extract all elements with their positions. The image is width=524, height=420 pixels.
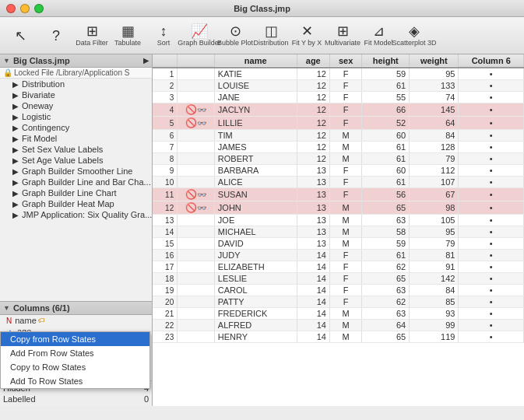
table-row[interactable]: 22ALFRED14M6499• xyxy=(153,320,524,331)
col-header-col6[interactable]: Column 6 xyxy=(459,54,524,68)
column-item-name[interactable]: Nname🏷 xyxy=(0,315,152,326)
table-row[interactable]: 18LESLIE14F65142• xyxy=(153,273,524,285)
table-row[interactable]: 20PATTY14F6285• xyxy=(153,296,524,308)
row-number: 9 xyxy=(153,165,178,177)
row-number: 3 xyxy=(153,92,178,103)
table-row[interactable]: 4🚫👓JACLYN12F66145• xyxy=(153,103,524,117)
col-header-sex[interactable]: sex xyxy=(329,54,361,68)
col-header-age[interactable]: age xyxy=(297,54,329,68)
sidebar-analysis-item[interactable]: ▶Contingency xyxy=(0,122,152,133)
table-row[interactable]: 7JAMES12M61128• xyxy=(153,142,524,153)
table-row[interactable]: 17ELIZABETH14F6291• xyxy=(153,261,524,273)
table-row[interactable]: 1KATIE12F5995• xyxy=(153,68,524,80)
analysis-icon: ▶ xyxy=(12,135,19,143)
context-menu-item-copy-to-row-states[interactable]: Copy to Row States xyxy=(1,360,149,374)
sidebar-analysis-item[interactable]: ▶Bivariate xyxy=(0,89,152,100)
cell-col6: • xyxy=(459,142,524,153)
file-info: 🔒 Locked File /Library/Application S xyxy=(0,68,152,79)
table-row[interactable]: 13JOE13M63105• xyxy=(153,215,524,226)
analysis-icon: ▶ xyxy=(12,124,19,132)
cell-height: 61 xyxy=(362,142,410,153)
cell-age: 13 xyxy=(297,201,329,215)
sidebar-analysis-item[interactable]: ▶Distribution xyxy=(0,79,152,89)
sidebar-analysis-item[interactable]: ▶Graph Builder Line Chart xyxy=(0,187,152,198)
data-filter-button[interactable]: ⊞ Data Filter xyxy=(75,19,109,52)
columns-section-header[interactable]: ▼ Columns (6/1) xyxy=(0,302,152,315)
row-number: 15 xyxy=(153,238,178,250)
col-header-height[interactable]: height xyxy=(362,54,410,68)
multivariate-button[interactable]: ⊞ Multivariate xyxy=(325,19,360,52)
table-row[interactable]: 5🚫👓LILLIE12F5264• xyxy=(153,117,524,130)
cell-sex: F xyxy=(329,285,361,296)
sidebar-analysis-item[interactable]: ▶Graph Builder Smoother Line xyxy=(0,166,152,177)
data-filter-icon: ⊞ xyxy=(86,24,98,38)
row-state: 🚫👓 xyxy=(178,103,215,117)
analysis-icon: ▶ xyxy=(12,178,19,187)
cell-age: 14 xyxy=(297,320,329,331)
table-row[interactable]: 21FREDERICK14M6393• xyxy=(153,308,524,320)
arrow-tool-button[interactable]: ↖ xyxy=(3,19,37,52)
table-row[interactable]: 19CAROL14F6384• xyxy=(153,285,524,296)
cell-col6: • xyxy=(459,177,524,188)
cell-age: 12 xyxy=(297,68,329,80)
row-state xyxy=(178,308,215,320)
graph-builder-button[interactable]: 📈 Graph Builder xyxy=(182,19,216,52)
minimize-button[interactable] xyxy=(20,4,30,13)
cell-name: ELIZABETH xyxy=(214,261,297,273)
cell-weight: 79 xyxy=(410,153,459,165)
context-menu-item-copy-from-row-states[interactable]: Copy from Row States xyxy=(1,332,149,346)
table-row[interactable]: 8ROBERT12M6179• xyxy=(153,153,524,165)
column-name-label: name xyxy=(15,316,37,325)
fit-model-button[interactable]: ⊿ Fit Model xyxy=(361,19,396,52)
table-row[interactable]: 12🚫👓JOHN13M6598• xyxy=(153,201,524,215)
table-row[interactable]: 11🚫👓SUSAN13F5667• xyxy=(153,188,524,201)
scatterplot-3d-button[interactable]: ◈ Scatterplot 3D xyxy=(397,19,431,52)
tabulate-button[interactable]: ▦ Tabulate xyxy=(111,19,145,52)
sidebar-analysis-item[interactable]: ▶Set Age Value Labels xyxy=(0,155,152,166)
sidebar-analysis-item[interactable]: ▶Graph Builder Heat Map xyxy=(0,198,152,209)
column-badge-icon: 🏷 xyxy=(38,317,45,324)
cell-height: 56 xyxy=(362,188,410,201)
bubble-plot-button[interactable]: ⊙ Bubble Plot xyxy=(218,19,252,52)
sidebar-analysis-item[interactable]: ▶Fit Model xyxy=(0,133,152,144)
sidebar-analysis-item[interactable]: ▶Logistic xyxy=(0,111,152,122)
arrow-icon: ↖ xyxy=(15,29,26,43)
window-controls[interactable] xyxy=(6,4,44,13)
sort-button[interactable]: ↕ Sort xyxy=(146,19,181,52)
cell-height: 60 xyxy=(362,165,410,177)
sort-label: Sort xyxy=(157,39,171,47)
close-button[interactable] xyxy=(6,4,16,13)
cell-col6: • xyxy=(459,273,524,285)
context-menu-item-add-to-row-states[interactable]: Add To Row States xyxy=(1,374,149,388)
row-state xyxy=(178,226,215,238)
sidebar-analysis-item[interactable]: ▶Graph Builder Line and Bar Cha... xyxy=(0,177,152,187)
table-row[interactable]: 3JANE12F5574• xyxy=(153,92,524,103)
table-row[interactable]: 15DAVID13M5979• xyxy=(153,238,524,250)
cell-age: 13 xyxy=(297,165,329,177)
dot-icon: • xyxy=(490,285,493,295)
distribution-button[interactable]: ◫ Distribution xyxy=(254,19,288,52)
sidebar-analysis-item[interactable]: ▶Set Sex Value Labels xyxy=(0,144,152,155)
sidebar-section-header[interactable]: ▼ Big Class.jmp ▶ xyxy=(0,54,152,68)
table-row[interactable]: 9BARBARA13F60112• xyxy=(153,165,524,177)
context-menu-item-add-from-row-states[interactable]: Add From Row States xyxy=(1,346,149,360)
table-row[interactable]: 16JUDY14F6181• xyxy=(153,250,524,261)
col-header-name[interactable]: name xyxy=(214,54,297,68)
cell-name: TIM xyxy=(214,130,297,142)
row-number: 17 xyxy=(153,261,178,273)
table-row[interactable]: 23HENRY14M65119• xyxy=(153,331,524,343)
table-row[interactable]: 14MICHAEL13M5895• xyxy=(153,226,524,238)
table-row[interactable]: 2LOUISE12F61133• xyxy=(153,80,524,92)
sidebar-analysis-item[interactable]: ▶Oneway xyxy=(0,100,152,111)
table-row[interactable]: 6TIM12M6084• xyxy=(153,130,524,142)
cell-sex: M xyxy=(329,153,361,165)
data-area[interactable]: name age sex height weight Column 6 1KAT… xyxy=(153,54,524,406)
col-header-weight[interactable]: weight xyxy=(410,54,459,68)
help-tool-button[interactable]: ? xyxy=(39,19,73,52)
maximize-button[interactable] xyxy=(34,4,44,13)
table-row[interactable]: 10ALICE13F61107• xyxy=(153,177,524,188)
cell-weight: 105 xyxy=(410,215,459,226)
sidebar-analysis-item[interactable]: ▶JMP Application: Six Quality Gra... xyxy=(0,209,152,220)
fit-y-by-x-button[interactable]: ✕ Fit Y by X xyxy=(290,19,324,52)
analysis-label: Set Sex Value Labels xyxy=(22,145,103,154)
